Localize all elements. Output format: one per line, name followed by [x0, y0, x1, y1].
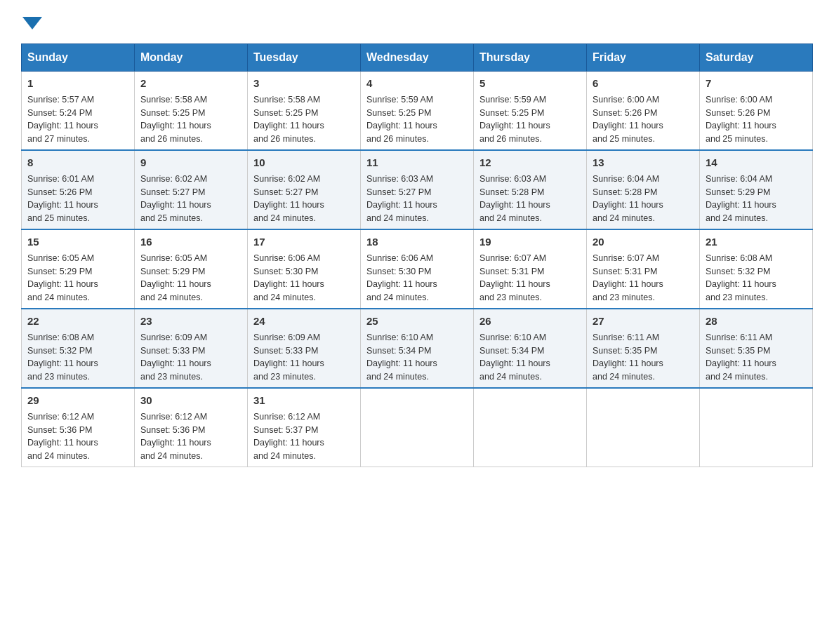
day-number: 30 — [140, 393, 241, 408]
week-row-5: 29 Sunrise: 6:12 AMSunset: 5:36 PMDaylig… — [22, 388, 813, 467]
day-info: Sunrise: 6:05 AMSunset: 5:29 PMDaylight:… — [27, 253, 98, 302]
day-number: 2 — [140, 76, 241, 90]
day-info: Sunrise: 6:11 AMSunset: 5:35 PMDaylight:… — [706, 333, 776, 382]
day-cell: 10 Sunrise: 6:02 AMSunset: 5:27 PMDaylig… — [248, 150, 361, 229]
day-cell: 16 Sunrise: 6:05 AMSunset: 5:29 PMDaylig… — [135, 229, 248, 309]
day-info: Sunrise: 6:12 AMSunset: 5:36 PMDaylight:… — [140, 412, 211, 461]
column-header-monday: Monday — [135, 44, 248, 72]
day-info: Sunrise: 6:07 AMSunset: 5:31 PMDaylight:… — [479, 253, 550, 302]
day-number: 22 — [27, 314, 128, 328]
day-cell: 22 Sunrise: 6:08 AMSunset: 5:32 PMDaylig… — [22, 309, 135, 388]
day-cell — [474, 388, 587, 467]
day-cell: 28 Sunrise: 6:11 AMSunset: 5:35 PMDaylig… — [700, 309, 813, 388]
day-number: 15 — [27, 234, 128, 249]
column-header-sunday: Sunday — [22, 44, 135, 72]
day-info: Sunrise: 6:12 AMSunset: 5:36 PMDaylight:… — [27, 412, 98, 461]
day-info: Sunrise: 5:59 AMSunset: 5:25 PMDaylight:… — [366, 95, 437, 144]
day-number: 4 — [366, 76, 468, 90]
day-number: 29 — [27, 393, 128, 408]
day-number: 19 — [479, 234, 581, 249]
day-info: Sunrise: 5:59 AMSunset: 5:25 PMDaylight:… — [479, 95, 550, 144]
day-cell: 25 Sunrise: 6:10 AMSunset: 5:34 PMDaylig… — [361, 309, 474, 388]
calendar-table: SundayMondayTuesdayWednesdayThursdayFrid… — [21, 43, 813, 467]
day-info: Sunrise: 6:03 AMSunset: 5:27 PMDaylight:… — [366, 174, 437, 223]
day-number: 16 — [140, 234, 241, 249]
day-cell: 14 Sunrise: 6:04 AMSunset: 5:29 PMDaylig… — [700, 150, 813, 229]
day-cell: 30 Sunrise: 6:12 AMSunset: 5:36 PMDaylig… — [135, 388, 248, 467]
day-cell: 7 Sunrise: 6:00 AMSunset: 5:26 PMDayligh… — [700, 72, 813, 151]
page-header — [21, 14, 813, 29]
day-cell: 3 Sunrise: 5:58 AMSunset: 5:25 PMDayligh… — [248, 72, 361, 151]
day-cell: 29 Sunrise: 6:12 AMSunset: 5:36 PMDaylig… — [22, 388, 135, 467]
column-header-friday: Friday — [587, 44, 700, 72]
day-info: Sunrise: 6:00 AMSunset: 5:26 PMDaylight:… — [706, 95, 776, 144]
day-cell: 27 Sunrise: 6:11 AMSunset: 5:35 PMDaylig… — [587, 309, 700, 388]
day-info: Sunrise: 6:10 AMSunset: 5:34 PMDaylight:… — [479, 333, 550, 382]
day-info: Sunrise: 5:58 AMSunset: 5:25 PMDaylight:… — [253, 95, 324, 144]
week-row-2: 8 Sunrise: 6:01 AMSunset: 5:26 PMDayligh… — [22, 150, 813, 229]
day-cell: 18 Sunrise: 6:06 AMSunset: 5:30 PMDaylig… — [361, 229, 474, 309]
day-cell — [361, 388, 474, 467]
day-info: Sunrise: 6:01 AMSunset: 5:26 PMDaylight:… — [27, 174, 98, 223]
day-info: Sunrise: 6:09 AMSunset: 5:33 PMDaylight:… — [140, 333, 211, 382]
day-info: Sunrise: 6:05 AMSunset: 5:29 PMDaylight:… — [140, 253, 211, 302]
logo-line1 — [21, 14, 42, 29]
day-info: Sunrise: 6:08 AMSunset: 5:32 PMDaylight:… — [27, 333, 98, 382]
day-number: 1 — [27, 76, 128, 90]
day-number: 14 — [706, 155, 807, 170]
day-info: Sunrise: 6:11 AMSunset: 5:35 PMDaylight:… — [593, 333, 663, 382]
day-number: 25 — [366, 314, 468, 328]
day-cell: 11 Sunrise: 6:03 AMSunset: 5:27 PMDaylig… — [361, 150, 474, 229]
day-info: Sunrise: 6:02 AMSunset: 5:27 PMDaylight:… — [253, 174, 324, 223]
column-header-thursday: Thursday — [474, 44, 587, 72]
day-cell: 21 Sunrise: 6:08 AMSunset: 5:32 PMDaylig… — [700, 229, 813, 309]
day-cell: 1 Sunrise: 5:57 AMSunset: 5:24 PMDayligh… — [22, 72, 135, 151]
day-cell: 2 Sunrise: 5:58 AMSunset: 5:25 PMDayligh… — [135, 72, 248, 151]
day-cell: 8 Sunrise: 6:01 AMSunset: 5:26 PMDayligh… — [22, 150, 135, 229]
day-cell: 19 Sunrise: 6:07 AMSunset: 5:31 PMDaylig… — [474, 229, 587, 309]
day-info: Sunrise: 6:10 AMSunset: 5:34 PMDaylight:… — [366, 333, 437, 382]
day-number: 23 — [140, 314, 241, 328]
day-number: 10 — [253, 155, 355, 170]
day-number: 7 — [706, 76, 807, 90]
week-row-4: 22 Sunrise: 6:08 AMSunset: 5:32 PMDaylig… — [22, 309, 813, 388]
day-info: Sunrise: 6:06 AMSunset: 5:30 PMDaylight:… — [253, 253, 324, 302]
day-info: Sunrise: 6:06 AMSunset: 5:30 PMDaylight:… — [366, 253, 437, 302]
day-number: 6 — [593, 76, 694, 90]
day-cell — [700, 388, 813, 467]
day-number: 28 — [706, 314, 807, 328]
day-number: 8 — [27, 155, 128, 170]
day-info: Sunrise: 6:08 AMSunset: 5:32 PMDaylight:… — [706, 253, 776, 302]
header-row: SundayMondayTuesdayWednesdayThursdayFrid… — [22, 44, 813, 72]
day-cell: 4 Sunrise: 5:59 AMSunset: 5:25 PMDayligh… — [361, 72, 474, 151]
day-cell — [587, 388, 700, 467]
day-cell: 17 Sunrise: 6:06 AMSunset: 5:30 PMDaylig… — [248, 229, 361, 309]
day-cell: 31 Sunrise: 6:12 AMSunset: 5:37 PMDaylig… — [248, 388, 361, 467]
day-number: 24 — [253, 314, 355, 328]
day-cell: 12 Sunrise: 6:03 AMSunset: 5:28 PMDaylig… — [474, 150, 587, 229]
day-number: 12 — [479, 155, 581, 170]
day-info: Sunrise: 6:07 AMSunset: 5:31 PMDaylight:… — [593, 253, 663, 302]
day-info: Sunrise: 6:04 AMSunset: 5:29 PMDaylight:… — [706, 174, 776, 223]
day-cell: 15 Sunrise: 6:05 AMSunset: 5:29 PMDaylig… — [22, 229, 135, 309]
day-info: Sunrise: 5:57 AMSunset: 5:24 PMDaylight:… — [27, 95, 98, 144]
day-cell: 26 Sunrise: 6:10 AMSunset: 5:34 PMDaylig… — [474, 309, 587, 388]
day-cell: 24 Sunrise: 6:09 AMSunset: 5:33 PMDaylig… — [248, 309, 361, 388]
day-info: Sunrise: 6:04 AMSunset: 5:28 PMDaylight:… — [593, 174, 663, 223]
day-info: Sunrise: 5:58 AMSunset: 5:25 PMDaylight:… — [140, 95, 211, 144]
day-number: 11 — [366, 155, 468, 170]
day-cell: 23 Sunrise: 6:09 AMSunset: 5:33 PMDaylig… — [135, 309, 248, 388]
column-header-saturday: Saturday — [700, 44, 813, 72]
day-info: Sunrise: 6:00 AMSunset: 5:26 PMDaylight:… — [593, 95, 663, 144]
day-info: Sunrise: 6:03 AMSunset: 5:28 PMDaylight:… — [479, 174, 550, 223]
day-info: Sunrise: 6:09 AMSunset: 5:33 PMDaylight:… — [253, 333, 324, 382]
day-cell: 5 Sunrise: 5:59 AMSunset: 5:25 PMDayligh… — [474, 72, 587, 151]
logo-arrow-icon — [22, 17, 42, 29]
day-number: 9 — [140, 155, 241, 170]
day-number: 26 — [479, 314, 581, 328]
day-number: 21 — [706, 234, 807, 249]
day-cell: 13 Sunrise: 6:04 AMSunset: 5:28 PMDaylig… — [587, 150, 700, 229]
column-header-tuesday: Tuesday — [248, 44, 361, 72]
week-row-1: 1 Sunrise: 5:57 AMSunset: 5:24 PMDayligh… — [22, 72, 813, 151]
day-number: 18 — [366, 234, 468, 249]
